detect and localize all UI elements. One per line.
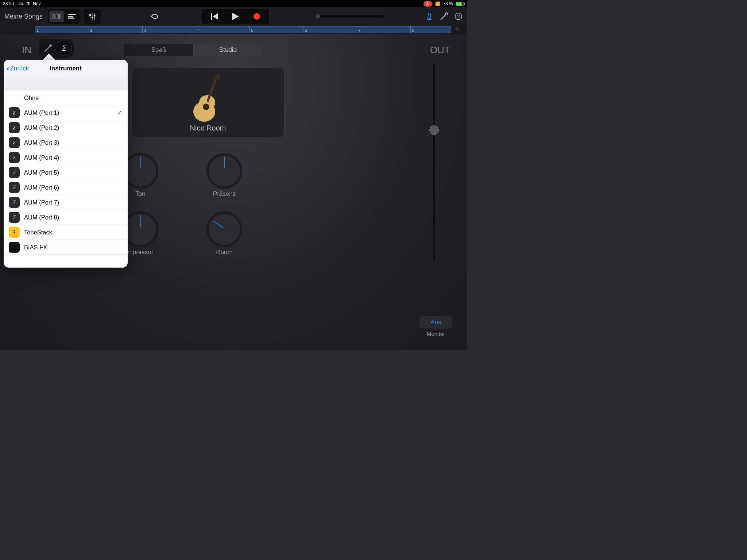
aum-icon: Σ xyxy=(9,182,20,193)
instrument-option-label: BIAS FX xyxy=(24,244,47,251)
instrument-option[interactable]: ΣAUM (Port 4) xyxy=(4,150,128,165)
mode-fun[interactable]: Spaß xyxy=(124,44,193,56)
settings-button[interactable] xyxy=(440,12,448,20)
instrument-option[interactable]: ΣAUM (Port 7) xyxy=(4,195,128,210)
room-knob[interactable] xyxy=(208,213,241,246)
preset-tile[interactable]: Nice Room xyxy=(131,68,285,137)
aum-icon: Σ xyxy=(9,212,20,223)
ruler-row: 1 2 3 4 5 6 7 8 + xyxy=(0,26,467,34)
help-button[interactable]: ? xyxy=(454,12,462,20)
popover-title: Instrument xyxy=(50,65,82,72)
instrument-option-label: Ohne xyxy=(24,94,39,101)
status-time: 23:26 xyxy=(3,1,14,6)
ruler-tick: 1 xyxy=(35,27,39,33)
svg-marker-16 xyxy=(232,13,239,20)
instrument-option[interactable]: ΣAUM (Port 2) xyxy=(4,120,128,135)
metronome-button[interactable] xyxy=(425,12,433,20)
instrument-option[interactable]: Ohne xyxy=(4,90,128,105)
svg-rect-14 xyxy=(211,13,212,20)
instrument-option[interactable]: ◎BIAS FX xyxy=(4,240,128,255)
play-button[interactable] xyxy=(225,10,246,23)
recording-indicator-icon xyxy=(423,1,432,7)
presence-label: Präsenz xyxy=(202,190,246,198)
tone-knob[interactable] xyxy=(124,155,157,187)
view-toggle xyxy=(48,9,81,24)
svg-text:?: ? xyxy=(457,14,460,19)
svg-rect-5 xyxy=(68,14,76,15)
instrument-option-label: AUM (Port 5) xyxy=(24,169,59,176)
svg-rect-6 xyxy=(68,16,73,17)
battery-icon: ⚡ xyxy=(456,2,464,6)
popover-header: ‹ Zurück Instrument xyxy=(4,60,128,77)
instrument-option[interactable]: ΣAUM (Port 8) xyxy=(4,210,128,225)
instrument-option-label: AUM (Port 8) xyxy=(24,214,59,221)
instrument-option-label: AUM (Port 7) xyxy=(24,199,59,206)
back-label: Zurück xyxy=(10,65,29,72)
instrument-option-label: AUM (Port 4) xyxy=(24,154,59,161)
popover-section-gap xyxy=(4,77,128,90)
ruler-tick: 4 xyxy=(196,27,200,33)
add-section-button[interactable]: + xyxy=(453,26,461,34)
room-label: Raum xyxy=(202,249,246,256)
aum-icon: Σ xyxy=(9,197,20,208)
ruler-tick: 7 xyxy=(357,27,360,33)
input-source-selector: Σ xyxy=(39,39,74,58)
input-interapp-button[interactable]: Σ xyxy=(57,41,71,55)
output-volume-slider[interactable] xyxy=(433,63,435,260)
monitor-label: Monitor xyxy=(419,331,452,337)
instrument-option[interactable]: ΣAUM (Port 5) xyxy=(4,165,128,180)
svg-marker-15 xyxy=(213,13,218,20)
input-label: IN xyxy=(22,44,31,56)
ruler-tick: 2 xyxy=(89,27,92,33)
mode-studio[interactable]: Studio xyxy=(193,44,263,56)
ruler-tick: 8 xyxy=(410,27,414,33)
timeline-ruler[interactable]: 1 2 3 4 5 6 7 8 xyxy=(35,26,451,34)
aum-icon: Σ xyxy=(9,152,20,163)
back-button[interactable]: ‹ Zurück xyxy=(7,65,29,73)
aum-icon: Σ xyxy=(9,137,20,148)
instrument-option[interactable]: ΣAUM (Port 1)✓ xyxy=(4,105,128,120)
instrument-option[interactable]: 🎛ToneStack xyxy=(4,225,128,240)
status-bar: 23:26 Do. 29. Nov. 73 % ⚡ xyxy=(0,0,467,7)
preset-name: Nice Room xyxy=(190,124,226,132)
svg-rect-7 xyxy=(68,18,74,19)
output-slider-thumb[interactable] xyxy=(429,125,439,135)
aum-icon: Σ xyxy=(9,122,20,133)
undo-button[interactable] xyxy=(147,11,162,22)
instrument-list: OhneΣAUM (Port 1)✓ΣAUM (Port 2)ΣAUM (Por… xyxy=(4,90,128,255)
svg-rect-27 xyxy=(215,74,221,81)
track-controls-button[interactable] xyxy=(85,11,100,22)
instrument-option-label: AUM (Port 3) xyxy=(24,139,59,146)
status-date: Do. 29. Nov. xyxy=(18,1,42,6)
ruler-tick: 3 xyxy=(142,27,146,33)
instrument-option[interactable]: ΣAUM (Port 3) xyxy=(4,135,128,150)
record-button[interactable] xyxy=(247,10,267,23)
svg-point-25 xyxy=(203,104,209,110)
my-songs-button[interactable]: Meine Songs xyxy=(4,13,43,20)
svg-point-11 xyxy=(92,17,93,19)
browser-view-button[interactable] xyxy=(49,11,64,22)
instrument-option-label: ToneStack xyxy=(24,229,52,236)
svg-rect-3 xyxy=(55,14,59,19)
master-volume-slider[interactable] xyxy=(316,15,385,18)
svg-rect-4 xyxy=(59,15,61,18)
presence-knob[interactable] xyxy=(208,155,241,187)
compressor-knob[interactable] xyxy=(124,213,157,246)
input-jack-button[interactable] xyxy=(41,41,55,55)
mode-segment: Spaß Studio xyxy=(124,44,263,56)
monitor-toggle[interactable]: Aus xyxy=(419,316,452,328)
aum-icon: Σ xyxy=(9,167,20,178)
ruler-tick: 6 xyxy=(303,27,307,33)
svg-point-19 xyxy=(445,13,448,15)
guitar-icon xyxy=(190,73,226,124)
instrument-option-label: AUM (Port 2) xyxy=(24,124,59,131)
instrument-option-label: AUM (Port 6) xyxy=(24,184,59,191)
svg-rect-0 xyxy=(427,2,428,4)
svg-point-13 xyxy=(94,15,96,17)
tracks-view-button[interactable] xyxy=(65,11,79,22)
battery-percent: 73 % xyxy=(443,1,453,6)
go-to-start-button[interactable] xyxy=(204,10,225,23)
instrument-option[interactable]: ΣAUM (Port 6) xyxy=(4,180,128,195)
wifi-icon xyxy=(435,1,440,6)
checkmark-icon: ✓ xyxy=(117,109,123,117)
